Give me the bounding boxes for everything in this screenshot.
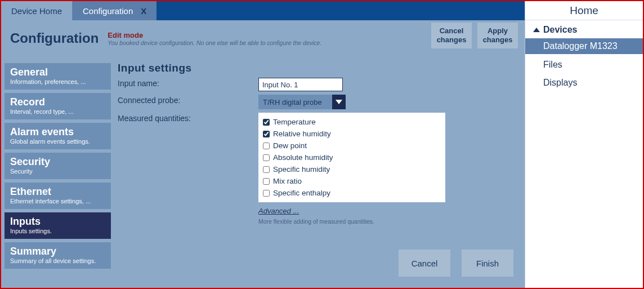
sidebar-item-title: Inputs: [10, 216, 105, 228]
sidebar-item-subtitle: Inputs settings.: [10, 228, 105, 234]
connected-probe-value: T/RH digital probe: [258, 98, 332, 106]
quantity-checkbox[interactable]: [263, 178, 270, 185]
quantity-label: Specific humidity: [273, 165, 330, 174]
sidebar-item-summary[interactable]: SummarySummary of all device settings.: [5, 242, 111, 269]
sidebar-item-ethernet[interactable]: EthernetEthernet interface settings, ...: [5, 183, 111, 209]
caret-up-icon: [533, 28, 540, 32]
quantity-checkbox[interactable]: [263, 154, 270, 161]
quantity-label: Relative humidity: [273, 130, 331, 138]
apply-changes-button[interactable]: Apply changes: [477, 23, 518, 48]
tab-configuration-label: Configuration: [83, 6, 133, 16]
quantity-row[interactable]: Specific enthalpy: [263, 187, 445, 199]
advanced-subtitle: More flexible adding of measured quantit…: [258, 218, 374, 225]
sidebar-item-title: Alarm events: [10, 126, 105, 138]
sidebar-item-subtitle: Ethernet interface settings, ...: [10, 198, 105, 204]
config-sidebar: GeneralInformation, preferences, ...Reco…: [1, 54, 111, 288]
sidebar-item-record[interactable]: RecordInterval, record type, ...: [5, 93, 111, 119]
tab-device-home-label: Device Home: [11, 6, 62, 16]
sidebar-item-title: Record: [10, 96, 105, 108]
close-tab-icon[interactable]: X: [141, 6, 146, 16]
sidebar-item-subtitle: Security: [10, 168, 105, 175]
quantity-label: Mix ratio: [273, 177, 302, 185]
quantity-checkbox[interactable]: [263, 143, 270, 149]
selected-device[interactable]: Datalogger M1323: [525, 38, 643, 54]
sidebar-item-title: Summary: [10, 246, 105, 257]
sidebar-item-general[interactable]: GeneralInformation, preferences, ...: [5, 63, 111, 90]
nav-devices-label: Devices: [543, 25, 578, 35]
input-name-field[interactable]: [258, 78, 343, 91]
panel-title: Input settings: [118, 62, 519, 74]
sidebar-item-security[interactable]: SecuritySecurity: [5, 153, 111, 179]
advanced-link[interactable]: Advanced ...: [258, 207, 299, 215]
nav-displays[interactable]: Displays: [525, 72, 643, 90]
sidebar-item-alarm-events[interactable]: Alarm eventsGlobal alarm events settings…: [5, 123, 111, 149]
sidebar-item-title: Security: [10, 156, 105, 168]
sidebar-item-inputs[interactable]: InputsInputs settings.: [5, 212, 111, 239]
tab-configuration[interactable]: Configuration X: [73, 1, 156, 20]
config-header: Configuration Edit mode You booked devic…: [1, 20, 525, 54]
input-settings-panel: Input settings Input name: Connected pro…: [111, 54, 525, 288]
page-title: Configuration: [10, 30, 99, 46]
quantity-row[interactable]: Temperature: [263, 116, 445, 128]
finish-button[interactable]: Finish: [462, 250, 513, 277]
edit-mode-subtitle: You booked device configuration. No one …: [108, 39, 321, 46]
measured-quantities-box: TemperatureRelative humidityDew pointAbs…: [258, 113, 445, 202]
quantity-label: Dew point: [273, 141, 307, 150]
sidebar-item-title: General: [10, 66, 105, 78]
measured-quantities-label: Measured quantities:: [118, 113, 258, 123]
quantity-checkbox[interactable]: [263, 190, 270, 197]
sidebar-item-subtitle: Summary of all device settings.: [10, 257, 105, 264]
nav-home[interactable]: Home: [525, 1, 643, 20]
device-tree-panel: Home Devices Datalogger M1323 Files Disp…: [525, 1, 643, 288]
quantity-row[interactable]: Specific humidity: [263, 163, 445, 175]
quantity-row[interactable]: Mix ratio: [263, 175, 445, 187]
sidebar-item-subtitle: Interval, record type, ...: [10, 108, 105, 115]
nav-devices[interactable]: Devices: [525, 20, 643, 38]
quantity-row[interactable]: Dew point: [263, 140, 445, 152]
quantity-checkbox[interactable]: [263, 166, 270, 173]
connected-probe-label: Connected probe:: [118, 95, 258, 105]
input-name-label: Input name:: [118, 78, 258, 88]
top-tab-bar: Device Home Configuration X: [1, 1, 525, 20]
edit-mode-block: Edit mode You booked device configuratio…: [108, 31, 321, 46]
quantity-row[interactable]: Relative humidity: [263, 128, 445, 140]
svg-marker-0: [336, 100, 342, 104]
nav-files[interactable]: Files: [525, 54, 643, 72]
quantity-label: Absolute humidity: [273, 153, 333, 162]
cancel-changes-button[interactable]: Cancel changes: [431, 23, 472, 48]
tab-device-home[interactable]: Device Home: [1, 1, 73, 20]
sidebar-item-subtitle: Information, preferences, ...: [10, 78, 105, 85]
quantity-checkbox[interactable]: [263, 131, 270, 137]
quantity-label: Temperature: [273, 118, 316, 126]
sidebar-item-title: Ethernet: [10, 186, 105, 198]
quantity-checkbox[interactable]: [263, 119, 270, 126]
connected-probe-select[interactable]: T/RH digital probe: [258, 95, 346, 109]
chevron-down-icon: [332, 95, 346, 109]
quantity-row[interactable]: Absolute humidity: [263, 152, 445, 163]
sidebar-item-subtitle: Global alarm events settings.: [10, 138, 105, 145]
quantity-label: Specific enthalpy: [273, 189, 330, 197]
cancel-button[interactable]: Cancel: [399, 250, 450, 277]
edit-mode-title: Edit mode: [108, 31, 321, 39]
